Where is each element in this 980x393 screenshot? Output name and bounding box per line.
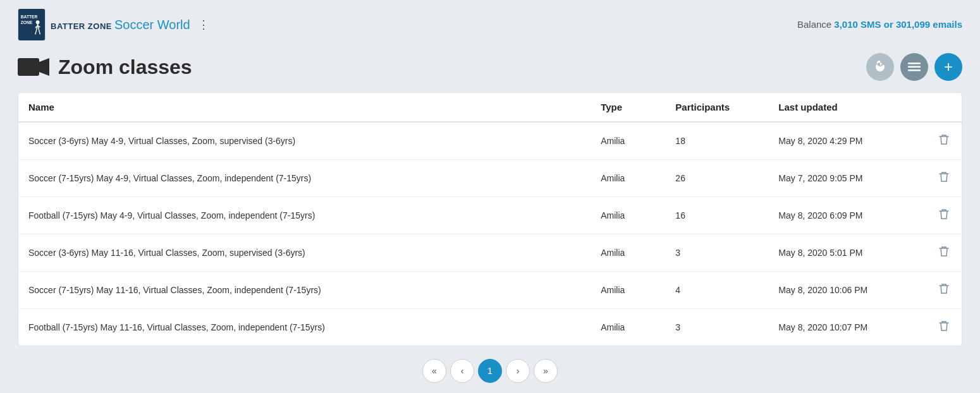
brand-sub: Soccer World	[114, 18, 190, 32]
refresh-button[interactable]	[866, 53, 894, 81]
cell-updated: May 8, 2020 5:01 PM	[768, 234, 926, 272]
cell-type: Amilia	[591, 234, 665, 272]
zoom-camera-svg	[18, 56, 51, 78]
cell-participants: 26	[665, 160, 768, 197]
svg-point-3	[36, 20, 40, 24]
cell-type: Amilia	[591, 197, 665, 234]
svg-marker-11	[39, 58, 49, 76]
pagination-last[interactable]: »	[534, 359, 558, 383]
cell-participants: 16	[665, 197, 768, 234]
svg-text:BATTER: BATTER	[21, 15, 38, 19]
cell-type: Amilia	[591, 160, 665, 197]
cell-updated: May 8, 2020 10:07 PM	[768, 309, 926, 346]
cell-action	[926, 309, 962, 346]
page-content: Zoom classes +	[0, 47, 980, 393]
page-title-text: Zoom classes	[58, 56, 192, 79]
header-row: Name Type Participants Last updated	[18, 93, 962, 122]
delete-button[interactable]	[936, 318, 952, 337]
menu-button[interactable]	[900, 53, 928, 81]
table-row: Soccer (3-6yrs) May 4-9, Virtual Classes…	[18, 122, 962, 160]
zoom-classes-table: Name Type Participants Last updated Socc…	[18, 92, 962, 346]
cell-updated: May 8, 2020 4:29 PM	[768, 122, 926, 160]
pagination-next[interactable]: ›	[506, 359, 530, 383]
header: BATTER ZONE BATTER ZONESoccer World ⋮ Ba…	[0, 0, 980, 47]
pagination-prev[interactable]: ‹	[450, 359, 474, 383]
table-row: Soccer (7-15yrs) May 4-9, Virtual Classe…	[18, 160, 962, 197]
video-camera-icon	[18, 56, 51, 78]
classes-table: Name Type Participants Last updated Socc…	[18, 93, 962, 346]
page-title-row: Zoom classes +	[18, 53, 962, 81]
cell-action	[926, 234, 962, 272]
cell-participants: 18	[665, 122, 768, 160]
brand-name: BATTER ZONE	[51, 21, 112, 31]
col-header-name: Name	[18, 93, 591, 122]
cell-action	[926, 160, 962, 197]
delete-button[interactable]	[936, 243, 952, 262]
svg-rect-13	[908, 66, 921, 68]
col-header-action	[926, 93, 962, 122]
cell-type: Amilia	[591, 122, 665, 160]
delete-button[interactable]	[936, 169, 952, 188]
cell-name: Football (7-15yrs) May 11-16, Virtual Cl…	[18, 309, 591, 346]
svg-rect-12	[908, 63, 921, 64]
cell-name: Soccer (3-6yrs) May 11-16, Virtual Class…	[18, 234, 591, 272]
delete-button[interactable]	[936, 281, 952, 299]
table-row: Soccer (7-15yrs) May 11-16, Virtual Clas…	[18, 272, 962, 309]
logo-icon: BATTER ZONE	[18, 9, 46, 40]
balance-label: Balance 3,010 SMS or 301,099 emails	[797, 19, 962, 30]
svg-rect-14	[908, 70, 921, 71]
table-row: Soccer (3-6yrs) May 11-16, Virtual Class…	[18, 234, 962, 272]
balance-value: 3,010 SMS or 301,099 emails	[834, 19, 962, 30]
table-row: Football (7-15yrs) May 11-16, Virtual Cl…	[18, 309, 962, 346]
cell-updated: May 7, 2020 9:05 PM	[768, 160, 926, 197]
cell-updated: May 8, 2020 10:06 PM	[768, 272, 926, 309]
pagination-page-1[interactable]: 1	[478, 359, 502, 383]
refresh-icon	[874, 61, 886, 73]
table-header: Name Type Participants Last updated	[18, 93, 962, 122]
hamburger-icon	[908, 63, 921, 71]
cell-name: Soccer (7-15yrs) May 11-16, Virtual Clas…	[18, 272, 591, 309]
table-row: Football (7-15yrs) May 4-9, Virtual Clas…	[18, 197, 962, 234]
brand-name-block: BATTER ZONESoccer World	[51, 18, 190, 32]
pagination: « ‹ 1 › »	[18, 346, 962, 389]
add-button[interactable]: +	[934, 53, 962, 81]
pagination-first[interactable]: «	[422, 359, 446, 383]
col-header-updated: Last updated	[768, 93, 926, 122]
cell-name: Football (7-15yrs) May 4-9, Virtual Clas…	[18, 197, 591, 234]
cell-type: Amilia	[591, 272, 665, 309]
cell-participants: 3	[665, 234, 768, 272]
title-actions: +	[866, 53, 962, 81]
svg-rect-10	[18, 58, 39, 76]
cell-name: Soccer (3-6yrs) May 4-9, Virtual Classes…	[18, 122, 591, 160]
header-left: BATTER ZONE BATTER ZONESoccer World ⋮	[18, 9, 213, 40]
table-body: Soccer (3-6yrs) May 4-9, Virtual Classes…	[18, 122, 962, 346]
delete-button[interactable]	[936, 206, 952, 225]
cell-participants: 3	[665, 309, 768, 346]
col-header-participants: Participants	[665, 93, 768, 122]
cell-participants: 4	[665, 272, 768, 309]
cell-name: Soccer (7-15yrs) May 4-9, Virtual Classe…	[18, 160, 591, 197]
cell-action	[926, 122, 962, 160]
dots-menu-button[interactable]: ⋮	[195, 16, 213, 33]
svg-text:ZONE: ZONE	[21, 20, 33, 25]
cell-action	[926, 197, 962, 234]
balance-info: Balance 3,010 SMS or 301,099 emails	[797, 19, 962, 30]
page-title: Zoom classes	[18, 56, 192, 79]
cell-updated: May 8, 2020 6:09 PM	[768, 197, 926, 234]
cell-action	[926, 272, 962, 309]
delete-button[interactable]	[936, 131, 952, 150]
cell-type: Amilia	[591, 309, 665, 346]
col-header-type: Type	[591, 93, 665, 122]
